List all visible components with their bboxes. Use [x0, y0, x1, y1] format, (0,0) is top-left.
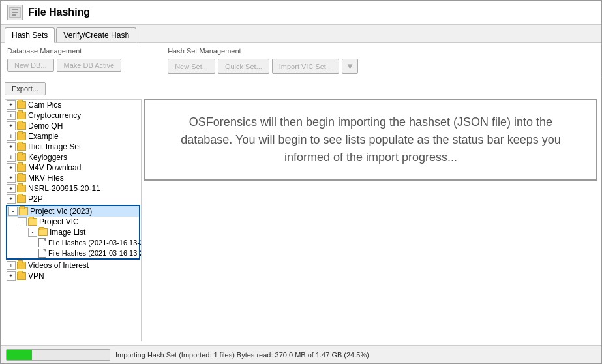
tree-label: Project Vic (2023) [30, 207, 92, 216]
tabs-bar: Hash Sets Verify/Create Hash [1, 25, 601, 43]
tab-hash-sets[interactable]: Hash Sets [5, 27, 55, 43]
expand-icon[interactable]: + [7, 184, 16, 193]
tree-label: File Hashes (2021-03-16 13-27 to 2022-11… [48, 239, 142, 247]
status-text: Importing Hash Set (Imported: 1 files) B… [115, 351, 369, 359]
tree-label: Cryptocurrency [28, 111, 81, 120]
title-bar: File Hashing [1, 1, 601, 25]
expand-icon[interactable]: + [7, 174, 16, 183]
info-box: OSForensics will then begin importing th… [144, 99, 597, 181]
content-area: Export... + Cam Pics + Cryptocurrency + [1, 78, 601, 345]
tree-label: Keyloggers [28, 153, 67, 162]
project-vic-group-highlight: - Project Vic (2023) - Project VIC - Ima… [6, 205, 140, 260]
main-panel: + Cam Pics + Cryptocurrency + Demo QH + [5, 99, 597, 341]
quick-set-button[interactable]: Quick Set... [218, 59, 269, 74]
export-button[interactable]: Export... [5, 82, 46, 95]
tree-label: Example [28, 132, 59, 141]
tree-label: Demo QH [28, 121, 63, 130]
expand-icon[interactable]: - [8, 207, 18, 216]
expand-icon[interactable]: + [7, 153, 16, 162]
progress-bar [6, 349, 110, 361]
status-bar: Importing Hash Set (Imported: 1 files) B… [1, 345, 601, 363]
expand-icon[interactable]: - [28, 228, 37, 237]
expand-icon[interactable]: + [7, 261, 16, 270]
tree-item-m4v-download[interactable]: + M4V Download [5, 162, 141, 173]
expand-icon[interactable]: + [7, 100, 16, 110]
tree-item-image-list[interactable]: - Image List [7, 227, 139, 237]
expand-icon[interactable]: - [18, 217, 27, 226]
tree-label: Project VIC [39, 217, 79, 226]
tree-panel[interactable]: + Cam Pics + Cryptocurrency + Demo QH + [5, 99, 142, 341]
tree-item-demo-qh[interactable]: + Demo QH [5, 121, 141, 131]
tree-item-cryptocurrency[interactable]: + Cryptocurrency [5, 110, 141, 121]
db-management-group: Database Management New DB... Make DB Ac… [7, 47, 121, 72]
folder-icon [17, 164, 26, 172]
expand-icon[interactable]: + [7, 121, 16, 130]
expand-icon[interactable]: + [7, 111, 16, 120]
folder-icon [17, 195, 26, 203]
tree-item-file-hashes-2[interactable]: File Hashes (2021-03-16 13-27 to 2022-11… [7, 248, 139, 258]
tree-item-vpn[interactable]: + VPN [5, 271, 141, 281]
progress-empty [32, 350, 110, 360]
new-db-button[interactable]: New DB... [7, 59, 54, 72]
expand-icon[interactable]: + [7, 194, 16, 204]
tree-item-project-vic-2023[interactable]: - Project Vic (2023) [7, 206, 139, 217]
file-icon [38, 249, 46, 258]
tree-label: NSRL-200915-20-11 [28, 184, 100, 193]
expand-icon[interactable]: + [7, 271, 16, 281]
folder-icon [17, 101, 26, 109]
right-panel: OSForensics will then begin importing th… [144, 99, 597, 341]
tree-item-cam-pics[interactable]: + Cam Pics [5, 100, 141, 110]
app-icon [7, 5, 23, 20]
folder-icon [17, 153, 26, 161]
hash-set-buttons: New Set... Quick Set... Import VIC Set..… [168, 59, 358, 74]
folder-icon [17, 272, 26, 280]
new-set-button[interactable]: New Set... [168, 59, 215, 74]
tree-item-illicit-image-set[interactable]: + Illicit Image Set [5, 142, 141, 152]
folder-icon [17, 132, 26, 140]
tree-label: VPN [28, 271, 44, 281]
import-vic-dropdown[interactable]: ▼ [342, 59, 358, 74]
tree-item-videos-of-interest[interactable]: + Videos of Interest [5, 260, 141, 271]
folder-icon [17, 143, 26, 151]
tree-label: Image List [50, 228, 85, 237]
export-btn-container: Export... [5, 82, 597, 95]
folder-open-icon [19, 207, 28, 215]
tree-label: Illicit Image Set [28, 142, 81, 151]
tree-item-example[interactable]: + Example [5, 131, 141, 142]
tree-label: File Hashes (2021-03-16 13-27 to 2022-11… [48, 249, 142, 257]
tree-item-p2p[interactable]: + P2P [5, 194, 141, 204]
tree-label: P2P [28, 194, 43, 204]
file-icon [38, 238, 46, 247]
hash-set-management-group: Hash Set Management New Set... Quick Set… [168, 47, 358, 74]
tree-label: Videos of Interest [28, 261, 89, 270]
tab-verify-create[interactable]: Verify/Create Hash [56, 27, 136, 42]
hash-set-management-label: Hash Set Management [168, 47, 358, 55]
expand-icon[interactable]: + [7, 163, 16, 172]
folder-icon [17, 112, 26, 119]
expand-icon[interactable]: + [7, 132, 16, 141]
folder-icon [17, 174, 26, 182]
tree-item-file-hashes-1[interactable]: File Hashes (2021-03-16 13-27 to 2022-11… [7, 237, 139, 248]
expand-icon[interactable]: + [7, 142, 16, 151]
db-management-label: Database Management [7, 47, 121, 55]
toolbar: Database Management New DB... Make DB Ac… [1, 43, 601, 78]
import-vic-set-button[interactable]: Import VIC Set... [272, 59, 339, 74]
tree-item-project-vic[interactable]: - Project VIC [7, 217, 139, 227]
db-buttons: New DB... Make DB Active [7, 59, 121, 72]
folder-open-icon [28, 218, 37, 226]
main-window: File Hashing Hash Sets Verify/Create Has… [0, 0, 602, 364]
app-title: File Hashing [28, 7, 90, 18]
folder-icon [17, 122, 26, 130]
folder-icon [17, 262, 26, 269]
folder-open-icon [38, 228, 48, 236]
folder-icon [17, 185, 26, 192]
tree-item-nsrl[interactable]: + NSRL-200915-20-11 [5, 183, 141, 194]
tree-item-keyloggers[interactable]: + Keyloggers [5, 152, 141, 162]
make-db-active-button[interactable]: Make DB Active [57, 59, 122, 72]
tree-label: M4V Download [28, 163, 81, 172]
progress-fill [7, 350, 32, 360]
tree-item-mkv-files[interactable]: + MKV Files [5, 173, 141, 183]
tree-label: MKV Files [28, 174, 64, 183]
tree-label: Cam Pics [28, 100, 61, 110]
